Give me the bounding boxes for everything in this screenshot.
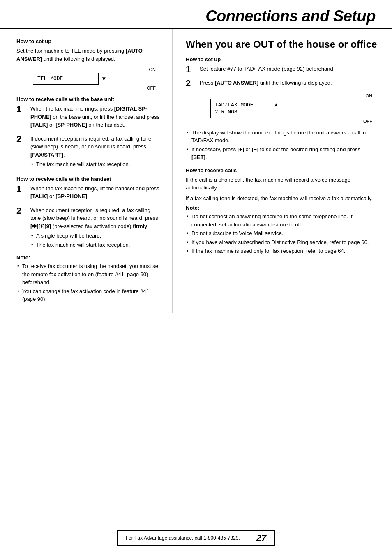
step-2-base-text: If document reception is required, a fax… — [30, 135, 161, 159]
tad-fax-display-box: TAD/FAX MODE ▲ 2 RINGS — [210, 99, 282, 118]
tad-fax-rings-text: 2 RINGS — [215, 109, 238, 115]
display-off-label: OFF — [33, 85, 156, 90]
tel-mode-text: TEL MODE — [37, 76, 63, 82]
right-how-to-setup-label: How to set up — [186, 56, 377, 62]
right-note-bullet2: Do not subscribe to Voice Mail service. — [186, 229, 377, 238]
right-step-2-text: Press [AUTO ANSWER] until the following … — [200, 79, 377, 87]
tad-fax-arrow-up: ▲ — [274, 102, 278, 108]
how-to-set-up-text: Set the fax machine to TEL mode by press… — [16, 47, 161, 63]
step-2-handset-text: When document reception is required, a f… — [30, 206, 161, 231]
step-1-base-content: When the fax machine rings, press [DIGIT… — [30, 105, 161, 131]
right-display-on-label: ON — [210, 93, 372, 98]
right-step2-bullets: The display will show the number of ring… — [186, 129, 377, 162]
receive-calls-heading: How to receive calls — [186, 167, 377, 173]
right-step2-bullet1: The display will show the number of ring… — [186, 129, 377, 145]
step-2-handset-bullet1: A single beep will be heard. — [30, 232, 161, 240]
receive-handset-heading: How to receive calls with the handset — [16, 176, 161, 182]
step-1-base: 1 When the fax machine rings, press [DIG… — [16, 105, 161, 131]
right-note-bullet4: If the fax machine is used only for fax … — [186, 247, 377, 255]
step-2-base: 2 If document reception is required, a f… — [16, 135, 161, 170]
receive-base-heading: How to receive calls with the base unit — [16, 96, 161, 102]
page-footer: For Fax Advantage assistance, call 1-800… — [0, 530, 392, 546]
right-step2-bullet2: If necessary, press [+] or [−] to select… — [186, 145, 377, 162]
right-column: When you are OUT of the house or office … — [173, 29, 392, 313]
right-step-1-number: 1 — [186, 64, 197, 75]
right-step-2-number: 2 — [186, 78, 197, 89]
footer-page-number: 27 — [256, 533, 266, 543]
left-note-bullets: To receive fax documents using the hands… — [16, 262, 161, 303]
step-2-base-bullet: The fax machine will start fax reception… — [30, 160, 161, 169]
right-step-1-content: Set feature #77 to TAD/FAX mode (page 92… — [200, 65, 377, 75]
display-on-label: ON — [33, 67, 156, 72]
right-note-bullet3: If you have already subscribed to Distin… — [186, 238, 377, 247]
footer-text: For Fax Advantage assistance, call 1-800… — [126, 535, 240, 541]
tel-mode-display-box: TEL MODE ▼ — [33, 73, 99, 85]
tel-mode-display: TEL MODE ▼ — [33, 73, 99, 85]
left-note-bullet2: You can change the fax activation code i… — [16, 287, 161, 303]
right-step-1-text: Set feature #77 to TAD/FAX mode (page 92… — [200, 65, 377, 73]
tad-fax-display-wrapper: ON TAD/FAX MODE ▲ 2 RINGS OFF — [210, 93, 377, 124]
step-2-handset: 2 When document reception is required, a… — [16, 206, 161, 251]
right-note-bullet1: Do not connect an answering machine to t… — [186, 212, 377, 229]
tel-mode-display-wrapper: ON TEL MODE ▼ OFF — [33, 67, 161, 90]
tad-fax-row1: TAD/FAX MODE ▲ — [215, 102, 278, 108]
step-2-handset-bullet2: The fax machine will start fax reception… — [30, 241, 161, 249]
page: Connections and Setup How to set up Set … — [0, 0, 392, 554]
content-area: How to set up Set the fax machine to TEL… — [0, 29, 392, 313]
step-1-handset-content: When the fax machine rings, lift the han… — [30, 185, 161, 202]
receive-calls-para1: If the call is a phone call, the fax mac… — [186, 176, 377, 192]
right-note-label: Note: — [186, 205, 377, 211]
right-note-bullets: Do not connect an answering machine to t… — [186, 212, 377, 255]
step-2-base-number: 2 — [16, 134, 28, 145]
right-step-1: 1 Set feature #77 to TAD/FAX mode (page … — [186, 65, 377, 75]
step-1-handset-text: When the fax machine rings, lift the han… — [30, 185, 161, 201]
receive-calls-para2: If a fax calling tone is detected, the f… — [186, 194, 377, 203]
how-to-set-up-heading: How to set up — [16, 38, 161, 44]
left-note-bullet1: To receive fax documents using the hands… — [16, 262, 161, 286]
tad-fax-mode-text: TAD/FAX MODE — [215, 102, 254, 108]
display-arrow-down: ▼ — [102, 76, 106, 82]
page-title: Connections and Setup — [16, 7, 376, 25]
note-label: Note: — [16, 254, 161, 261]
step-2-handset-content: When document reception is required, a f… — [30, 206, 161, 251]
step-2-base-content: If document reception is required, a fax… — [30, 135, 161, 170]
right-step-2: 2 Press [AUTO ANSWER] until the followin… — [186, 79, 377, 89]
step-1-base-text: When the fax machine rings, press [DIGIT… — [30, 105, 161, 129]
step-2-handset-bullets: A single beep will be heard. The fax mac… — [30, 232, 161, 249]
step-2-base-bullets: The fax machine will start fax reception… — [30, 160, 161, 169]
footer-box: For Fax Advantage assistance, call 1-800… — [117, 530, 275, 546]
right-display-off-label: OFF — [210, 119, 372, 124]
left-column: How to set up Set the fax machine to TEL… — [0, 29, 173, 313]
right-main-heading: When you are OUT of the house or office — [186, 38, 377, 51]
step-1-base-number: 1 — [16, 104, 28, 115]
step-1-handset-number: 1 — [16, 184, 28, 194]
right-step-2-content: Press [AUTO ANSWER] until the following … — [200, 79, 377, 89]
step-2-handset-number: 2 — [16, 205, 28, 216]
step-1-handset: 1 When the fax machine rings, lift the h… — [16, 185, 161, 202]
tad-fax-row2: 2 RINGS — [215, 109, 278, 115]
page-header: Connections and Setup — [0, 0, 392, 29]
